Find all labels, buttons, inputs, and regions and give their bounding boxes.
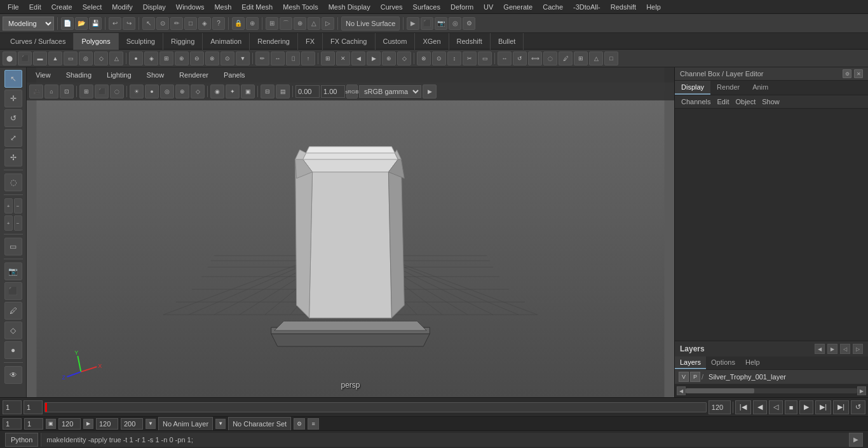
ipr-button[interactable]: ◎ <box>449 17 461 30</box>
fill-holes-button[interactable]: ⊙ <box>220 51 234 65</box>
select-tool[interactable]: ↖ <box>4 70 22 88</box>
offset-edge-button[interactable]: ▭ <box>478 51 492 65</box>
vp-shadow-btn[interactable]: ● <box>145 85 159 98</box>
scroll-left-btn[interactable]: ◀ <box>677 386 686 395</box>
python-label[interactable]: Python <box>5 433 38 447</box>
char-set-toggle[interactable]: ▼ <box>215 419 226 429</box>
plus2-icon[interactable]: + <box>4 215 13 231</box>
tab-sculpting[interactable]: Sculpting <box>119 33 163 50</box>
prism-button[interactable]: ◇ <box>94 51 108 65</box>
anim-total-input[interactable] <box>121 418 143 430</box>
next-key-button[interactable]: ▶| <box>833 400 849 414</box>
symmetry-button[interactable]: ⟺ <box>528 51 542 65</box>
bridge-button[interactable]: ⌷ <box>286 51 300 65</box>
sculpt-button[interactable]: 🖊 <box>559 51 573 65</box>
minus2-icon[interactable]: − <box>14 215 22 231</box>
sphere2-button[interactable]: ● <box>129 51 143 65</box>
multi-cut-button[interactable]: ✂ <box>463 51 477 65</box>
menu-display[interactable]: Display <box>138 2 171 12</box>
instance-button[interactable]: ⊗ <box>205 51 219 65</box>
loop-button[interactable]: ↺ <box>851 400 865 414</box>
tab-bullet[interactable]: Bullet <box>491 33 524 50</box>
boolean-button[interactable]: ⊞ <box>159 51 173 65</box>
display-tool[interactable]: 👁 <box>4 366 22 384</box>
live-surface-button[interactable]: No Live Surface <box>341 17 400 31</box>
scroll-right-btn[interactable]: ▶ <box>857 386 866 395</box>
panel-settings-button[interactable]: ⚙ <box>843 69 851 78</box>
rotate-tool[interactable]: ↺ <box>4 109 22 127</box>
timeline-track[interactable] <box>44 402 707 412</box>
range-end-input[interactable] <box>58 418 81 430</box>
viewport-show-menu[interactable]: Show <box>143 70 168 80</box>
menu-modify[interactable]: Modify <box>107 2 137 12</box>
soft-select-tool[interactable]: ◌ <box>4 173 22 191</box>
split-button[interactable]: ▶ <box>367 51 381 65</box>
viewport-shading-menu[interactable]: Shading <box>62 70 95 80</box>
cone-button[interactable]: ▲ <box>48 51 62 65</box>
vp-lights-btn[interactable]: ☀ <box>130 85 144 98</box>
tab-redshift[interactable]: Redshift <box>449 33 491 50</box>
mode-dropdown[interactable]: Modeling Rigging Animation Rendering FX … <box>3 17 54 31</box>
tab-fx-caching[interactable]: FX Caching <box>323 33 375 50</box>
layer-tab-options[interactable]: Options <box>706 356 740 369</box>
gamma-toggle[interactable]: sRGB <box>346 85 358 98</box>
snap-view-button[interactable]: △ <box>308 17 320 30</box>
render-view-tool[interactable]: ⬛ <box>4 282 22 300</box>
plus-icon[interactable]: + <box>4 198 13 214</box>
menu-deform[interactable]: Deform <box>445 2 478 12</box>
viewport-lighting-menu[interactable]: Lighting <box>103 70 135 80</box>
menu-redshift[interactable]: Redshift <box>606 2 641 12</box>
menu-cache[interactable]: Cache <box>538 2 568 12</box>
sculpt-tool[interactable]: ● <box>4 341 22 359</box>
menu-3dtoa[interactable]: -3DtoAll- <box>568 2 606 12</box>
vp-hud-btn[interactable]: ▤ <box>276 85 290 98</box>
menu-generate[interactable]: Generate <box>498 2 538 12</box>
weld-button[interactable]: ⊗ <box>417 51 431 65</box>
anim-layer-label[interactable]: No Anim Layer <box>158 417 213 431</box>
menu-edit-mesh[interactable]: Edit Mesh <box>236 2 278 12</box>
subdiv-button[interactable]: ◈ <box>144 51 158 65</box>
redo-button[interactable]: ↪ <box>123 17 135 30</box>
reduce-button[interactable]: ▼ <box>236 51 250 65</box>
layer-scroll-left[interactable]: ◀ <box>815 344 825 354</box>
save-scene-button[interactable]: 💾 <box>89 17 102 30</box>
deform-sel-button[interactable]: ◈ <box>198 17 211 30</box>
plane-button[interactable]: ▭ <box>64 51 78 65</box>
viewport-panel[interactable]: View Shading Lighting Show Renderer Pane… <box>27 67 674 397</box>
universal-tool[interactable]: ✢ <box>4 149 22 166</box>
cylinder-button[interactable]: ▬ <box>33 51 47 65</box>
connect-button[interactable]: ⊕ <box>382 51 396 65</box>
merge-button[interactable]: ⊞ <box>321 51 335 65</box>
vp-cam-btn[interactable]: 🎥 <box>29 85 43 98</box>
layer-row[interactable]: V P / Silver_Trophy_001_layer <box>675 370 868 384</box>
char-set-label[interactable]: No Character Set <box>228 417 291 431</box>
tab-fx[interactable]: FX <box>298 33 323 50</box>
edge-loop-button[interactable]: ↔ <box>271 51 285 65</box>
combine-button[interactable]: ⊕ <box>175 51 189 65</box>
python-run-button[interactable]: ▶ <box>849 433 863 447</box>
tab-polygons[interactable]: Polygons <box>74 33 118 50</box>
quadrangulate-button[interactable]: □ <box>604 51 618 65</box>
menu-windows[interactable]: Windows <box>171 2 210 12</box>
undo-button[interactable]: ↩ <box>109 17 121 30</box>
panel-close-button[interactable]: ✕ <box>854 69 863 78</box>
scrollbar-track[interactable] <box>686 388 857 393</box>
vp-frame-btn[interactable]: ⊡ <box>60 85 74 98</box>
target-weld-button[interactable]: ⊙ <box>432 51 446 65</box>
torus-button[interactable]: ◎ <box>79 51 93 65</box>
viewport-renderer-menu[interactable]: Renderer <box>175 70 212 80</box>
move-tool[interactable]: ✛ <box>4 90 22 107</box>
paint-tool[interactable]: 🖊 <box>4 302 22 320</box>
bevel-button[interactable]: ◇ <box>397 51 411 65</box>
prev-frame-button[interactable]: ◀ <box>753 400 767 414</box>
python-input[interactable] <box>41 433 849 447</box>
quick-sel-button[interactable]: □ <box>184 17 197 30</box>
timeline-frame-input[interactable] <box>24 400 43 414</box>
timeline-end-input[interactable] <box>709 400 731 414</box>
tab-animation[interactable]: Animation <box>203 33 250 50</box>
vp-xray-btn[interactable]: ✦ <box>226 85 240 98</box>
tab-rigging[interactable]: Rigging <box>163 33 203 50</box>
menu-mesh[interactable]: Mesh <box>209 2 236 12</box>
crease-tool[interactable]: ◇ <box>4 322 22 339</box>
frame-display-input[interactable] <box>24 418 43 430</box>
